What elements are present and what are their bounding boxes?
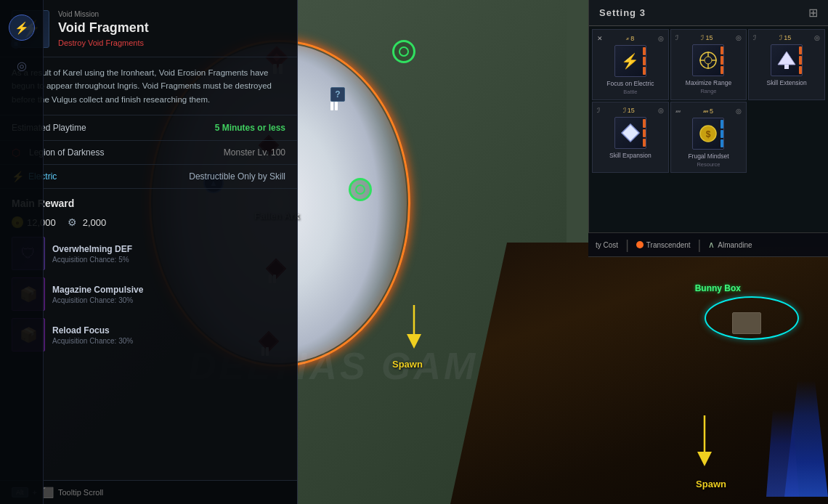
divider-bar: ty Cost | Transcendent | ∧ Almandine (588, 232, 828, 257)
svg-point-5 (705, 57, 712, 64)
skills-panel-title: Setting 3 (599, 7, 646, 18)
mission-playtime-row: Estimated Playtime 5 Minutes or less (0, 115, 297, 141)
almandine-icon: ∧ (708, 240, 715, 250)
mission-panel: ⚡ II Void Mission Void Fragment Destroy … (0, 0, 298, 504)
skill-card-4[interactable]: 𝓂 𝓂5 ◎ $ Frugal Mindset Resource (670, 102, 747, 173)
reward-currency-row: ● 12,000 ⚙ 2,000 (12, 216, 285, 228)
gear-amount: 2,000 (83, 217, 107, 228)
mission-type: Void Mission (58, 10, 285, 18)
skill-category-4: Resource (697, 161, 720, 168)
svg-rect-11 (784, 65, 789, 69)
skills-header: Setting 3 ⊞ (589, 0, 828, 26)
skill-name-4: Frugal Mindset (688, 153, 728, 160)
map-marker-green-top-right (392, 40, 415, 63)
almandine-item[interactable]: ∧ Almandine (708, 240, 752, 250)
skill-card-2[interactable]: ℐ ℐ15 ◎ Skill Extension (748, 29, 825, 100)
reward-item-chance-2: Acquisition Chance: 30% (52, 337, 133, 345)
skills-grid: ✕ 𝓍8 ◎ ⚡ Focus on Electric Battle ℐ (589, 26, 828, 176)
skill-card-0[interactable]: ✕ 𝓍8 ◎ ⚡ Focus on Electric Battle (592, 29, 669, 100)
skill-level-2: ℐ15 (779, 34, 791, 41)
skill-name-0: Focus on Electric (606, 80, 654, 87)
skill-level-4: 𝓂5 (703, 107, 713, 115)
spawn-label-1: Spawn (392, 359, 423, 370)
skill-icon-2 (771, 44, 803, 76)
skill-card-1[interactable]: ℐ ℐ15 ◎ (670, 29, 747, 100)
svg-marker-12 (622, 124, 639, 142)
gear-icon: ⚙ (68, 216, 79, 228)
spawn-label-2: Spawn (696, 479, 726, 489)
skill-icon-4: $ (692, 118, 724, 150)
electric-value: Destructible Only by Skill (189, 171, 285, 182)
skill-icon-1 (692, 44, 724, 76)
bunny-box-label: Bunny Box (695, 283, 741, 293)
cave-rock (732, 312, 761, 334)
reward-item-text-2: Reload Focus Acquisition Chance: 30% (52, 325, 133, 345)
skill-level-1: ℐ15 (701, 34, 713, 41)
skill-name-2: Skill Extension (767, 79, 807, 86)
transcendent-icon (636, 241, 644, 248)
mission-header: ⚡ II Void Mission Void Fragment Destroy … (0, 0, 297, 57)
svg-marker-10 (778, 52, 795, 65)
side-nav-icon-2[interactable]: ◎ (9, 52, 35, 78)
side-nav: ⚡ ◎ (0, 0, 44, 504)
grid-icon[interactable]: ⊞ (808, 6, 818, 20)
electric-row: ⚡ Electric Destructible Only by Skill (0, 165, 297, 189)
legion-row: ⬡ Legion of Darkness Monster Lv. 100 (0, 141, 297, 165)
mission-subtitle: Destroy Void Fragments (58, 38, 285, 47)
crosshair-svg (698, 50, 718, 70)
spawn-arrow-1 (403, 305, 425, 351)
map-marker-pause-mid (330, 102, 342, 110)
diamond-svg (620, 123, 641, 143)
skill-category-1: Range (700, 88, 716, 94)
separator-1: | (625, 237, 629, 253)
tooltip-footer: Alt + ⬛ Tooltip Scroll (0, 480, 297, 504)
reward-item-text-1: Magazine Compulsive Acquisition Chance: … (52, 285, 143, 304)
map-marker-green-right (349, 178, 372, 201)
transcendent-label: Transcendent (646, 241, 691, 249)
reward-item-chance-0: Acquisition Chance: 5% (52, 256, 132, 264)
reward-item-name-0: Overwhelming DEF (52, 244, 132, 254)
reward-item-name-1: Magazine Compulsive (52, 285, 143, 295)
gear-reward: ⚙ 2,000 (68, 216, 107, 228)
mission-title-area: Void Mission Void Fragment Destroy Void … (58, 10, 285, 47)
skill-category-0: Battle (623, 89, 637, 95)
reward-item-0: 🛡 Overwhelming DEF Acquisition Chance: 5… (12, 237, 285, 270)
tooltip-scroll-label: Tooltip Scroll (58, 488, 103, 497)
svg-text:$: $ (706, 129, 711, 139)
skills-panel: Setting 3 ⊞ ✕ 𝓍8 ◎ ⚡ Focus on Electric (588, 0, 828, 247)
transcendent-item[interactable]: Transcendent (636, 241, 691, 249)
main-reward-section: Main Reward ● 12,000 ⚙ 2,000 🛡 Overwhelm… (0, 189, 297, 480)
separator-2: | (698, 237, 702, 253)
reward-item-2: 📦 Reload Focus Acquisition Chance: 30% (12, 318, 285, 351)
coin-svg: $ (698, 123, 718, 144)
mission-description: As a result of Karel using the Ironheart… (0, 57, 297, 115)
reward-item-1: 📦 Magazine Compulsive Acquisition Chance… (12, 277, 285, 311)
skill-name-3: Skill Expansion (609, 152, 652, 159)
side-nav-icon-1[interactable]: ⚡ (9, 15, 35, 41)
mission-name: Void Fragment (58, 20, 285, 36)
cost-item: ty Cost (596, 241, 618, 249)
reward-item-chance-1: Acquisition Chance: 30% (52, 296, 143, 304)
reward-item-text-0: Overwhelming DEF Acquisition Chance: 5% (52, 244, 132, 264)
spawn-arrow-2 (694, 415, 715, 469)
skill-level-3: ℐ15 (623, 107, 635, 114)
legion-level: Monster Lv. 100 (224, 147, 285, 158)
skill-icon-0: ⚡ (614, 45, 646, 77)
playtime-value: 5 Minutes or less (215, 123, 285, 133)
reward-item-name-2: Reload Focus (52, 325, 133, 336)
skill-icon-3 (614, 117, 646, 149)
skill-card-3[interactable]: ℐ ℐ15 ◎ Skill Expansion (592, 102, 669, 173)
cost-label: ty Cost (596, 241, 618, 249)
skill-name-1: Maximize Range (686, 79, 731, 86)
arrow-up-svg (776, 50, 797, 70)
skill-level-0: 𝓍8 (626, 34, 634, 42)
cave-area (450, 243, 828, 504)
almandine-label: Almandine (718, 241, 752, 249)
map-marker-question: ? (330, 87, 345, 102)
main-reward-title: Main Reward (12, 198, 285, 209)
